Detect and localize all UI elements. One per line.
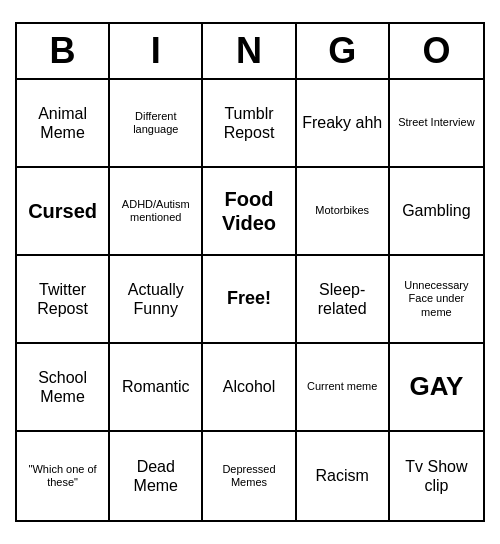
bingo-cell-11[interactable]: Actually Funny [110,256,203,344]
bingo-cell-2[interactable]: Tumblr Repost [203,80,296,168]
bingo-cell-1[interactable]: Different language [110,80,203,168]
bingo-cell-15[interactable]: School Meme [17,344,110,432]
bingo-cell-16[interactable]: Romantic [110,344,203,432]
bingo-letter: I [110,24,203,78]
bingo-cell-19[interactable]: GAY [390,344,483,432]
bingo-cell-8[interactable]: Motorbikes [297,168,390,256]
bingo-card: BINGO Animal MemeDifferent languageTumbl… [15,22,485,522]
bingo-cell-20[interactable]: "Which one of these" [17,432,110,520]
bingo-cell-4[interactable]: Street Interview [390,80,483,168]
bingo-cell-7[interactable]: Food Video [203,168,296,256]
bingo-cell-13[interactable]: Sleep-related [297,256,390,344]
bingo-cell-12[interactable]: Free! [203,256,296,344]
bingo-grid: Animal MemeDifferent languageTumblr Repo… [17,80,483,520]
bingo-cell-22[interactable]: Depressed Memes [203,432,296,520]
bingo-letter: G [297,24,390,78]
bingo-cell-3[interactable]: Freaky ahh [297,80,390,168]
bingo-letter: B [17,24,110,78]
bingo-cell-6[interactable]: ADHD/Autism mentioned [110,168,203,256]
bingo-header: BINGO [17,24,483,80]
bingo-cell-23[interactable]: Racism [297,432,390,520]
bingo-cell-9[interactable]: Gambling [390,168,483,256]
bingo-cell-18[interactable]: Current meme [297,344,390,432]
bingo-letter: N [203,24,296,78]
bingo-cell-0[interactable]: Animal Meme [17,80,110,168]
bingo-cell-10[interactable]: Twitter Repost [17,256,110,344]
bingo-letter: O [390,24,483,78]
bingo-cell-24[interactable]: Tv Show clip [390,432,483,520]
bingo-cell-17[interactable]: Alcohol [203,344,296,432]
bingo-cell-14[interactable]: Unnecessary Face under meme [390,256,483,344]
bingo-cell-21[interactable]: Dead Meme [110,432,203,520]
bingo-cell-5[interactable]: Cursed [17,168,110,256]
